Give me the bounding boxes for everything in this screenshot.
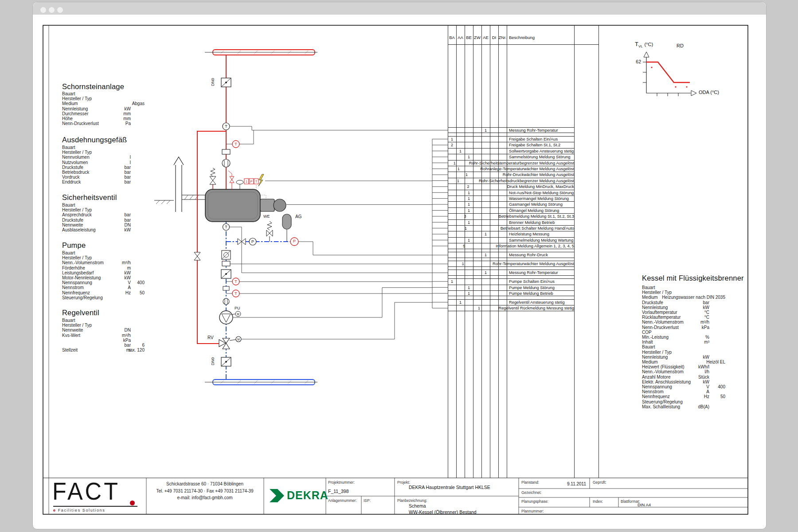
- table-cell-count: [493, 172, 501, 177]
- spec-unit: kW: [111, 106, 131, 111]
- table-cell-description: Messung Rohr-Temperatur: [507, 270, 574, 275]
- spec-row: Min.-Leistung%: [642, 335, 725, 340]
- section-title: Sicherheitsventil: [62, 193, 117, 202]
- table-cell-count: [473, 137, 481, 142]
- spec-value: 50: [78, 290, 145, 295]
- spec-row: NennspannungV400: [642, 384, 725, 389]
- spec-label: Ansprechdruck: [62, 212, 92, 217]
- table-cell-description: Rohr-Druckwächter Meldung Ausgelöst: [501, 172, 574, 177]
- table-cell-description: Gasmangel Meldung Störung: [507, 202, 574, 207]
- table-cell-count: [473, 196, 481, 201]
- table-cell-count: 1: [465, 196, 473, 201]
- table-cell-count: 1: [448, 279, 456, 284]
- table-cell-count: [490, 149, 498, 154]
- spec-unit: bar: [111, 170, 131, 175]
- spec-label: Anzahl Motore: [642, 375, 670, 379]
- table-cell-count: [498, 291, 507, 296]
- spec-label: Nennleistung: [62, 106, 88, 111]
- spec-label: Heizwert (Flüssigkeit): [642, 364, 685, 369]
- table-cell-count: [482, 305, 489, 310]
- temperature-sensor-icon: T: [233, 279, 239, 284]
- spec-label: Hersteller / Typ: [62, 323, 92, 328]
- spec-label: Stellzeit: [62, 348, 78, 352]
- table-cell-count: [465, 142, 473, 148]
- table-cell-count: [497, 184, 505, 189]
- spec-row: Max. SchallleistungdB(A): [642, 404, 725, 409]
- table-cell-description: Betriebsart Schalter Meldung Hand/Auto: [498, 226, 574, 231]
- planbezeichnung-line1: Schema: [409, 503, 426, 509]
- planbezeichnung-label: Planbezeichnung:: [397, 498, 427, 503]
- spec-row: NennfrequenzHz50: [642, 394, 725, 399]
- spec-row: NennstromA: [62, 285, 145, 290]
- spec-label: Nennstrom: [62, 285, 84, 290]
- spec-label: Druckstufe: [62, 218, 83, 223]
- pipe-size-label-bottom: DN0: [211, 356, 215, 367]
- table-cell-count: [448, 252, 456, 257]
- pump-label: PU: [235, 306, 240, 310]
- table-cell-count: [448, 305, 455, 310]
- table-cell-count: [469, 226, 477, 231]
- table-cell-count: [448, 243, 454, 248]
- spec-label: Förderhöhe: [62, 266, 85, 270]
- table-cell-count: [473, 238, 481, 243]
- planbezeichnung-line2: WW-Kessel (Ölbrenner) Bestand: [409, 509, 477, 515]
- supply-header-pipe: [205, 50, 317, 55]
- spec-unit: kW: [111, 275, 131, 280]
- table-cell-count: [490, 291, 498, 296]
- table-cell-count: [481, 279, 490, 284]
- table-cell-count: [498, 285, 507, 290]
- spec-row: Druckstufebar: [62, 165, 145, 170]
- spec-label: Nenn.-Volumenstrom: [642, 369, 684, 374]
- spec-unit: dB(A): [690, 404, 709, 409]
- spec-row: Hersteller / Typ: [62, 96, 145, 101]
- table-cell-count: [456, 291, 465, 296]
- spec-label: Min.-Leistung: [642, 335, 669, 340]
- projektnummer-value: F_11_398: [328, 489, 349, 494]
- table-cell-count: 1: [465, 291, 473, 296]
- table-cell-count: [461, 166, 465, 172]
- table-cell-count: [467, 243, 474, 248]
- table-cell-count: [470, 172, 478, 177]
- table-cell-count: [490, 137, 498, 142]
- table-cell-count: [465, 270, 473, 275]
- table-cell-count: [481, 142, 490, 148]
- table-cell-count: [472, 184, 480, 189]
- spec-row: Bauart: [62, 145, 145, 150]
- spec-label: Nennvolumen: [62, 155, 90, 160]
- table-cell-count: [498, 142, 507, 148]
- table-row: 1Betriebsart Schalter Meldung Hand/Auto: [448, 225, 574, 231]
- spec-row: Elektr. AnschlussleistungkW: [642, 379, 725, 384]
- table-cell-description: Messung Rohr-Temperatur: [507, 128, 574, 133]
- spec-row: Rücklauftemperatur°C: [642, 315, 725, 320]
- table-cell-count: [490, 190, 498, 196]
- flange-fitting: [222, 149, 230, 154]
- table-cell-count: [448, 190, 456, 196]
- table-cell-count: [481, 291, 490, 296]
- spec-value: 6: [78, 343, 145, 348]
- table-cell-count: [465, 128, 473, 133]
- temperature-icon: T: [223, 124, 229, 129]
- table-cell-count: [456, 252, 465, 257]
- spec-label: Nenn-Druckverlust: [642, 325, 679, 330]
- table-cell-count: [473, 142, 481, 148]
- table-row: 2Druck Meldung MinDruck, MaxDruck: [448, 184, 574, 189]
- spec-row: Kvs-Wertm³/h: [62, 333, 145, 338]
- projektnummer-label: Projektnummer:: [328, 480, 355, 485]
- spec-row: Heizwert (Flüssigkeit)kWh/l: [642, 364, 725, 369]
- table-cell-count: [472, 261, 478, 266]
- table-cell-count: [465, 149, 473, 154]
- table-cell-count: [454, 243, 461, 248]
- spec-unit: kW: [111, 270, 131, 275]
- table-cell-count: [481, 300, 490, 305]
- table-cell-count: [489, 184, 497, 189]
- table-cell-count: [456, 220, 465, 225]
- spec-label: Nennleistung: [642, 355, 668, 360]
- table-cell-count: [498, 208, 507, 213]
- spec-row: NennfrequenzHz50: [62, 290, 145, 295]
- company-address: Schickardstrasse 60 · 71034 Böblingen Te…: [147, 481, 262, 501]
- table-cell-count: [481, 243, 487, 248]
- spec-label: Bauart: [62, 145, 75, 150]
- table-cell-description: Rohr-Temperaturwächter Meldung Ausgelöst: [490, 261, 574, 266]
- small-fitting: [223, 286, 229, 290]
- spec-label: Nennweite: [62, 223, 83, 227]
